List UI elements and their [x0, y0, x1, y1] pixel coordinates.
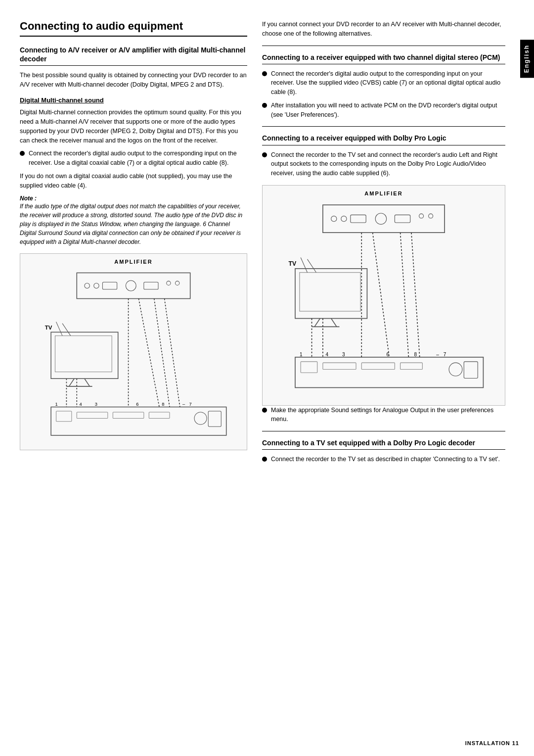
right-intro-paragraph: If you cannot connect your DVD recorder …	[262, 20, 505, 39]
svg-rect-20	[149, 412, 170, 419]
language-tab: English	[520, 40, 534, 78]
left-main-heading: Connecting to A/V receiver or A/V amplif…	[20, 46, 247, 66]
section2-bullet-2: After installation you will need to acti…	[262, 101, 505, 120]
svg-line-14	[56, 322, 63, 336]
svg-rect-39	[351, 215, 366, 223]
svg-line-67	[373, 233, 390, 357]
svg-point-40	[375, 213, 386, 224]
svg-rect-56	[400, 363, 423, 369]
section3-bullet-1: Connect the recorder to the TV set and c…	[262, 150, 505, 178]
svg-line-48	[331, 318, 337, 327]
divider-2	[262, 126, 505, 127]
bullet-dot-icon	[20, 151, 25, 156]
svg-line-47	[314, 318, 320, 327]
svg-rect-16	[51, 407, 226, 435]
bottom-label: INSTALLATION 11	[465, 740, 519, 746]
svg-text:8: 8	[414, 352, 417, 357]
note-text: If the audio type of the digital output …	[20, 202, 247, 246]
svg-text:4: 4	[326, 352, 329, 357]
svg-point-37	[331, 216, 337, 221]
svg-point-2	[94, 284, 99, 288]
svg-text:1: 1	[300, 352, 303, 357]
svg-rect-41	[395, 215, 410, 223]
svg-rect-3	[102, 283, 117, 290]
divider-1	[262, 46, 505, 46]
svg-rect-54	[323, 363, 356, 369]
svg-rect-52	[295, 357, 483, 388]
svg-text:3: 3	[342, 352, 345, 357]
svg-line-33	[165, 299, 180, 407]
left-intro-paragraph: The best possible sound quality is obtai…	[20, 71, 247, 90]
svg-rect-5	[144, 283, 158, 290]
section2-heading: Connecting to a receiver equipped with t…	[262, 53, 505, 64]
svg-rect-53	[301, 362, 317, 373]
svg-text:8: 8	[162, 402, 164, 407]
section3-bullet-2-text: Make the appropriate Sound settings for …	[271, 406, 505, 425]
svg-line-51	[308, 259, 316, 273]
bullet-dot-icon	[262, 71, 267, 76]
left-bullet-1-text: Connect the recorder's digital audio out…	[29, 149, 247, 168]
svg-text:3: 3	[95, 402, 97, 407]
bullet-dot-icon	[262, 152, 267, 157]
svg-text:7: 7	[444, 352, 446, 357]
divider-3	[262, 431, 505, 431]
section2-bullet-1: Connect the recorder's digital audio out…	[262, 69, 505, 97]
bullet-dot-icon	[262, 457, 267, 462]
bullet-dot-icon	[262, 103, 267, 108]
diagram-2-svg: TV	[267, 199, 500, 399]
section4-bullet-1-text: Connect the recorder to the TV set as de…	[271, 455, 505, 464]
section3-heading: Connecting to a receiver equipped with D…	[262, 134, 505, 145]
sub-heading: Digital Multi-channel sound	[20, 95, 247, 105]
svg-rect-19	[113, 412, 144, 419]
bullet-dot-icon	[262, 408, 267, 413]
section2-bullet-1-text: Connect the recorder's digital audio out…	[271, 69, 505, 97]
svg-text:4: 4	[80, 402, 82, 407]
svg-line-69	[411, 233, 420, 357]
diagram-1: AMPLIFIER TV	[20, 253, 247, 450]
svg-text:7: 7	[189, 402, 192, 407]
svg-point-38	[341, 216, 347, 221]
svg-rect-10	[55, 336, 112, 372]
svg-text:–: –	[182, 402, 185, 407]
sub-paragraph: Digital Multi-channel connection provide…	[20, 108, 247, 145]
note-label: Note :	[20, 195, 247, 202]
svg-text:TV: TV	[45, 325, 52, 331]
svg-text:–: –	[436, 352, 439, 357]
svg-point-4	[126, 281, 136, 291]
svg-point-57	[449, 363, 462, 376]
right-column: If you cannot connect your DVD recorder …	[262, 20, 505, 736]
diagram-2: AMPLIFIER TV	[262, 185, 505, 406]
section4-heading: Connecting to a TV set equipped with a D…	[262, 438, 505, 450]
svg-line-68	[400, 233, 409, 357]
svg-text:1: 1	[55, 402, 57, 407]
diagram-1-amplifier-label: AMPLIFIER	[25, 259, 242, 265]
svg-text:6: 6	[136, 402, 138, 407]
svg-rect-18	[77, 412, 108, 419]
svg-line-12	[85, 379, 89, 387]
svg-line-11	[69, 379, 74, 387]
svg-line-15	[62, 324, 71, 336]
svg-line-50	[301, 257, 307, 272]
svg-point-6	[167, 281, 171, 285]
svg-point-42	[419, 214, 424, 218]
svg-point-21	[194, 412, 207, 425]
svg-rect-17	[56, 411, 72, 422]
svg-rect-58	[464, 362, 478, 378]
svg-rect-22	[208, 411, 221, 426]
svg-text:TV: TV	[289, 260, 297, 267]
svg-point-7	[175, 281, 179, 285]
left-bullet-1: Connect the recorder's digital audio out…	[20, 149, 247, 168]
supply-note: If you do not own a digital coaxial audi…	[20, 172, 247, 190]
diagram-1-svg: TV	[25, 268, 242, 443]
section4-bullet-1: Connect the recorder to the TV set as de…	[262, 455, 505, 464]
svg-point-1	[85, 284, 89, 288]
left-column: Connecting to audio equipment Connecting…	[20, 20, 247, 736]
section3-bullet-1-text: Connect the recorder to the TV set and c…	[271, 150, 505, 178]
svg-rect-46	[300, 273, 360, 311]
note-block: Note : If the audio type of the digital …	[20, 195, 247, 246]
section3-bullet-2: Make the appropriate Sound settings for …	[262, 406, 505, 425]
section2-bullet-2-text: After installation you will need to acti…	[271, 101, 505, 120]
diagram-2-amplifier-label: AMPLIFIER	[267, 190, 500, 196]
svg-point-43	[429, 214, 433, 218]
svg-rect-55	[361, 363, 395, 369]
